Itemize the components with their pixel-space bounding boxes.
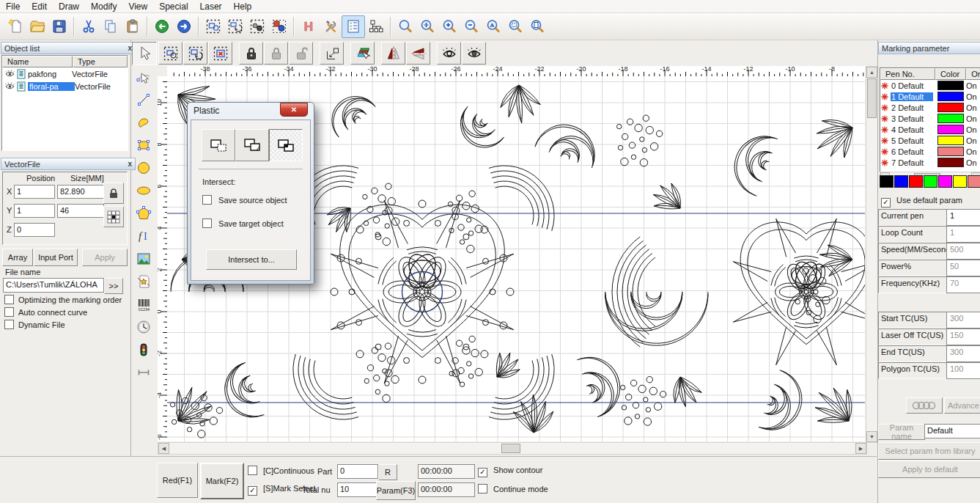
scroll-up-icon[interactable]: ▲ — [866, 67, 877, 78]
select-rotate-button[interactable] — [183, 42, 207, 65]
pen-row[interactable]: 6 Default On — [880, 146, 980, 157]
copy-button[interactable] — [100, 16, 122, 37]
param-name-input[interactable]: Default — [924, 424, 980, 438]
menu-help[interactable]: Help — [228, 1, 258, 12]
vertical-scrollbar[interactable]: ▲ ▼ — [866, 66, 878, 443]
menu-file[interactable]: File — [0, 1, 26, 12]
node-select-button[interactable] — [246, 16, 268, 37]
scroll-left-icon[interactable]: ◀ — [158, 443, 169, 454]
color-swatch[interactable] — [953, 175, 967, 188]
object-name[interactable]: floral-pa — [28, 82, 75, 91]
pen-name[interactable]: 1 Default — [891, 92, 933, 101]
vectorfile-option-checkbox[interactable]: Auto connect curve — [4, 307, 128, 317]
point-select-button[interactable] — [268, 16, 290, 37]
trim-op-button[interactable] — [235, 129, 269, 161]
use-default-param-checkbox[interactable]: ✓ Use default param — [881, 196, 962, 208]
apply-button[interactable]: Apply — [82, 249, 128, 266]
circle-button[interactable] — [132, 157, 155, 179]
open-button[interactable] — [26, 16, 48, 37]
column-color[interactable]: Color — [935, 68, 966, 80]
param-value-input[interactable]: 1 — [946, 209, 980, 226]
scroll-down-icon[interactable]: ▼ — [866, 431, 877, 442]
intersect-op-button[interactable] — [269, 129, 303, 161]
param-name-button[interactable]: Param name — [878, 424, 925, 440]
zoom-all-button[interactable]: A — [482, 16, 504, 37]
marquee-select-button[interactable] — [202, 16, 224, 37]
reset-count-button[interactable]: R — [378, 464, 397, 480]
save-target-checkbox[interactable]: Save target object — [202, 219, 284, 228]
column-pen-no[interactable]: Pen No. — [880, 68, 935, 80]
color-swatch[interactable] — [880, 175, 894, 188]
vectorfile-option-checkbox[interactable]: Dynamic File — [4, 320, 128, 329]
visible-eye-icon[interactable] — [4, 70, 15, 78]
input-port-button[interactable]: Input Port — [34, 249, 78, 266]
param-value-input[interactable]: 100 — [946, 362, 980, 379]
redo-button[interactable] — [173, 16, 195, 37]
column-name[interactable]: Name — [2, 56, 73, 67]
pen-row[interactable]: 0 Default On — [880, 80, 980, 91]
menu-modify[interactable]: Modify — [85, 1, 122, 12]
scroll-right-icon[interactable]: ▶ — [855, 443, 866, 454]
save-source-checkbox[interactable]: Save source object — [202, 195, 287, 205]
rotate-select-button[interactable] — [224, 16, 246, 37]
advance-button[interactable]: Advance — [944, 397, 980, 414]
part-input[interactable]: 0 — [337, 464, 378, 479]
file-path-input[interactable]: C:\Users\Tumlik\ZÁLOHA — [3, 278, 104, 293]
column-type[interactable]: Type — [73, 56, 128, 67]
param-value-input[interactable]: 300 — [946, 345, 980, 362]
y-size-input[interactable]: 46 — [57, 204, 104, 218]
red-f1-button[interactable]: Red(F1) — [157, 463, 198, 498]
lock-aspect-button[interactable] — [103, 183, 124, 204]
weld-op-button[interactable] — [202, 129, 235, 161]
wobble-button[interactable] — [906, 397, 943, 414]
select-param-button[interactable]: Select param from library — [878, 442, 980, 460]
new-button[interactable] — [4, 16, 26, 37]
visible-eye-icon[interactable] — [4, 82, 15, 91]
set-origin-button[interactable] — [320, 42, 344, 65]
menu-special[interactable]: Special — [153, 1, 194, 12]
select-button[interactable] — [132, 42, 157, 65]
mirror-horizontal-button[interactable] — [381, 42, 405, 65]
pen-row[interactable]: 7 Default On — [880, 157, 980, 168]
intersect-to-button[interactable]: Intersect to... — [206, 249, 297, 270]
color-swatch[interactable] — [924, 175, 937, 188]
continuous-checkbox[interactable]: [C]Continuous — [248, 466, 314, 475]
apply-default-button[interactable]: Apply to default — [878, 460, 980, 478]
pen-row[interactable]: 4 Default On — [880, 124, 980, 135]
vertical-scroll-thumb[interactable] — [867, 78, 877, 118]
preview-selected-button[interactable] — [462, 42, 486, 65]
rectangle-button[interactable] — [132, 134, 155, 156]
param-value-input[interactable]: 150 — [946, 328, 980, 345]
horizontal-scrollbar[interactable]: ◀ ▶ — [158, 442, 867, 455]
barcode-button[interactable]: 01234 — [132, 293, 155, 315]
select-all-button[interactable] — [158, 42, 183, 65]
zoom-out-button[interactable] — [460, 16, 482, 37]
undo-button[interactable] — [151, 16, 173, 37]
z-position-input[interactable]: 0 — [14, 223, 55, 237]
color-swatch[interactable] — [909, 175, 923, 188]
vectorfile-option-checkbox[interactable]: Optimizing the marking order — [4, 295, 128, 304]
pen-name[interactable]: 0 Default — [891, 81, 933, 90]
browse-button[interactable]: >> — [104, 278, 123, 294]
total-num-input[interactable]: 10 — [337, 482, 378, 497]
color-swatch[interactable] — [968, 175, 980, 188]
mark-f2-button[interactable]: Mark(F2) — [200, 463, 244, 499]
param-value-input[interactable]: 500 — [946, 243, 980, 260]
x-size-input[interactable]: 82.890 — [57, 185, 104, 199]
array-button[interactable]: Array — [2, 249, 33, 266]
bitmap-button[interactable] — [132, 248, 155, 270]
x-position-input[interactable]: 1 — [14, 185, 55, 199]
continue-mode-checkbox[interactable]: Continue mode — [478, 484, 548, 493]
put-to-origin-button[interactable] — [350, 42, 375, 65]
line-button[interactable] — [132, 89, 155, 111]
zoom-page-button[interactable] — [526, 16, 548, 37]
pen-name[interactable]: 4 Default — [891, 125, 933, 134]
show-contour-checkbox[interactable]: ✓ Show contour — [478, 466, 542, 477]
hatch-button[interactable]: H — [298, 16, 320, 37]
preview-contour-button[interactable] — [437, 42, 461, 65]
menu-draw[interactable]: Draw — [53, 1, 85, 12]
pen-row[interactable]: 1 Default On — [880, 91, 980, 102]
object-row[interactable]: pakfong VectorFile — [2, 67, 128, 80]
dialog-close-button[interactable]: ✕ — [280, 103, 308, 117]
input-output-button[interactable] — [132, 339, 155, 361]
